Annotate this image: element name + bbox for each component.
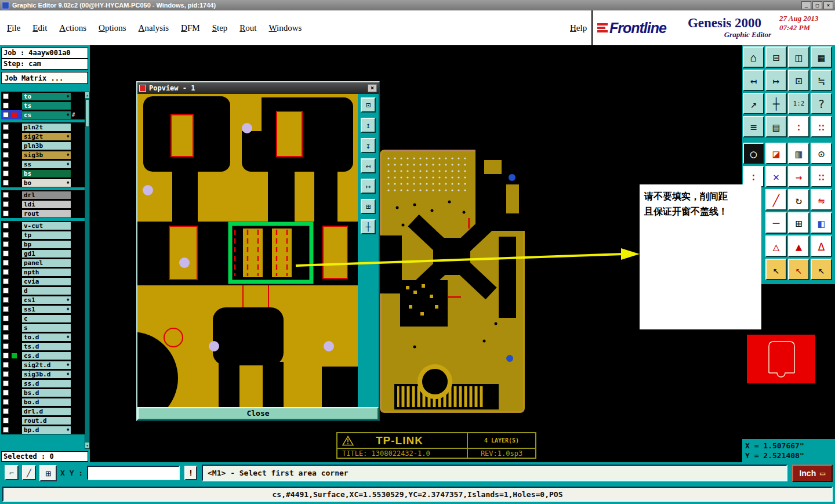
corner-mode-button[interactable]: ⌐ [5, 465, 19, 480]
layer-checkbox-v-cut[interactable] [3, 223, 9, 229]
layer-color-chip-cs1[interactable] [12, 298, 17, 303]
layer-name-npth[interactable]: npth [22, 269, 71, 276]
layer-name-pln3b[interactable]: pln3b [22, 142, 71, 150]
layer-name-drl[interactable]: drl [22, 191, 71, 199]
menu-item-analysis[interactable]: Analysis [139, 23, 169, 33]
layer-name-tp[interactable]: tp [22, 231, 71, 239]
toolbar-triangle-add-button[interactable]: ∆ [811, 235, 832, 257]
toolbar-triangle-outline-button[interactable]: △ [765, 235, 787, 257]
layer-checkbox-bp.d[interactable] [3, 427, 9, 433]
layer-name-bo.d[interactable]: bo.d [22, 398, 71, 406]
layer-color-chip-to[interactable] [12, 94, 17, 99]
layer-name-c[interactable]: c [22, 315, 71, 322]
toolbar-red-dash-column-button[interactable]: ∶ [788, 116, 809, 137]
layer-checkbox-to.d[interactable] [3, 334, 9, 340]
layer-name-drl.d[interactable]: drl.d [22, 408, 71, 415]
menu-item-step[interactable]: Step [212, 23, 228, 33]
layer-checkbox-sig3b[interactable] [3, 152, 9, 158]
layer-name-ts[interactable]: ts [22, 102, 71, 110]
layer-name-bo[interactable]: bo♦ [22, 179, 71, 187]
layer-color-chip-sig2t[interactable] [12, 134, 17, 139]
slope-mode-button[interactable]: ╱ [22, 465, 36, 480]
layer-color-chip-bs.d[interactable] [12, 390, 17, 396]
layer-name-to[interactable]: to♦ [22, 93, 71, 100]
popview-zoom-window-button[interactable]: ⊡ [361, 97, 376, 113]
layer-checkbox-pln2t[interactable] [3, 124, 9, 130]
layer-checkbox-d[interactable] [3, 288, 9, 293]
menu-item-edit[interactable]: Edit [32, 23, 47, 33]
layer-checkbox-tp[interactable] [3, 232, 9, 238]
toolbar-horizontal-line-button[interactable]: ─ [765, 212, 787, 234]
layer-name-pln2t[interactable]: pln2t [22, 124, 71, 131]
layer-name-rout.d[interactable]: rout.d [22, 417, 71, 425]
layer-name-sig2t.d[interactable]: sig2t.d♦ [22, 361, 71, 369]
layer-checkbox-cs.d[interactable] [3, 353, 9, 358]
layer-color-chip-ldi[interactable] [12, 202, 17, 207]
layer-color-chip-v-cut[interactable] [12, 223, 17, 229]
layer-name-bp.d[interactable]: bp.d♦ [22, 426, 71, 434]
popview-zoom-fit-button[interactable]: ⊞ [361, 199, 376, 214]
layer-name-sig3b[interactable]: sig3b♦ [22, 151, 71, 159]
grid-snap-button[interactable]: ⊞ [39, 465, 57, 481]
layer-color-chip-c[interactable] [12, 316, 17, 321]
toolbar-move-point-button[interactable]: → [788, 166, 809, 187]
layer-checkbox-pln3b[interactable] [3, 143, 9, 148]
toolbar-red-dot-column-button[interactable]: ∷ [811, 116, 832, 137]
toolbar-pad-target-button[interactable]: ⊙ [811, 143, 832, 164]
layer-color-chip-s[interactable] [12, 325, 17, 331]
layer-name-ss.d[interactable]: ss.d [22, 380, 71, 387]
layer-name-cvia[interactable]: cvia [22, 278, 71, 285]
layer-name-panel[interactable]: panel [22, 259, 71, 267]
layer-name-s[interactable]: s [22, 324, 71, 332]
layer-checkbox-panel[interactable] [3, 260, 9, 266]
layer-checkbox-cs[interactable] [3, 112, 9, 118]
toolbar-zoom-extents-button[interactable]: ↗ [743, 93, 764, 114]
layer-name-ldi[interactable]: ldi [22, 201, 71, 208]
layer-name-ss[interactable]: ss♦ [22, 161, 71, 168]
toolbar-delete-x-button[interactable]: × [765, 166, 787, 187]
units-toggle-button[interactable]: Inch ▭ [792, 465, 833, 482]
layer-checkbox-bs.d[interactable] [3, 390, 9, 396]
popview-pan-left-button[interactable]: ↤ [361, 158, 376, 173]
menu-item-help[interactable]: Help [570, 23, 587, 33]
menu-item-dfm[interactable]: DFM [181, 23, 200, 33]
layer-checkbox-ss.d[interactable] [3, 380, 9, 386]
layer-color-chip-gd1[interactable] [12, 251, 17, 256]
toolbar-flip-mirror-button[interactable]: ⇋ [811, 189, 832, 211]
toolbar-layer-swap-button[interactable]: ◧ [811, 212, 832, 234]
toolbar-diagonal-line-button[interactable]: ╱ [765, 189, 787, 211]
maximize-button[interactable]: □ [812, 1, 822, 9]
window-titlebar[interactable]: Graphic Editor 9.02c2 (00@HY-HYCAM-PC050… [0, 0, 835, 10]
toolbar-fit-window-button[interactable]: ⊟ [765, 46, 787, 68]
menu-item-actions[interactable]: Actions [59, 23, 86, 33]
menu-item-file[interactable]: File [7, 23, 20, 33]
pcb-board-view[interactable] [380, 150, 525, 413]
layer-color-chip-tp[interactable] [12, 233, 17, 238]
layer-checkbox-npth[interactable] [3, 269, 9, 275]
layer-color-chip-bp[interactable] [12, 242, 17, 247]
layer-color-chip-ss1[interactable] [12, 307, 17, 312]
layer-checkbox-drl[interactable] [3, 192, 9, 198]
layer-color-chip-bo[interactable] [12, 180, 17, 186]
layer-color-chip-sig3b[interactable] [12, 153, 17, 158]
layer-color-chip-rout.d[interactable] [12, 418, 17, 423]
toolbar-home-view-button[interactable]: ⌂ [743, 46, 764, 68]
popview-pan-up-button[interactable]: ↥ [361, 118, 376, 133]
layer-checkbox-to[interactable] [3, 93, 9, 99]
layer-color-chip-bo.d[interactable] [12, 400, 17, 405]
scrollbar-thumb[interactable] [85, 99, 89, 127]
toolbar-half-fill-button[interactable]: ◪ [765, 143, 787, 164]
layer-color-chip-rout[interactable] [12, 211, 17, 216]
toolbar-select-cursor-button[interactable]: ↖ [765, 259, 787, 280]
layer-color-chip-cs[interactable] [12, 113, 17, 118]
toolbar-new-window-button[interactable]: ◫ [788, 46, 809, 68]
layer-checkbox-rout[interactable] [3, 211, 9, 216]
layer-checkbox-bp[interactable] [3, 241, 9, 247]
layer-color-chip-panel[interactable] [12, 260, 17, 266]
layer-name-sig2t[interactable]: sig2t♦ [22, 133, 71, 140]
toolbar-help-tool-button[interactable]: ? [811, 93, 832, 114]
layer-color-chip-cs.d[interactable] [12, 353, 17, 358]
toolbar-scale-1-2-button[interactable]: 1:2 [788, 93, 809, 114]
layer-color-chip-to.d[interactable] [12, 335, 17, 340]
toolbar-grid-view-button[interactable]: ▦ [811, 46, 832, 68]
